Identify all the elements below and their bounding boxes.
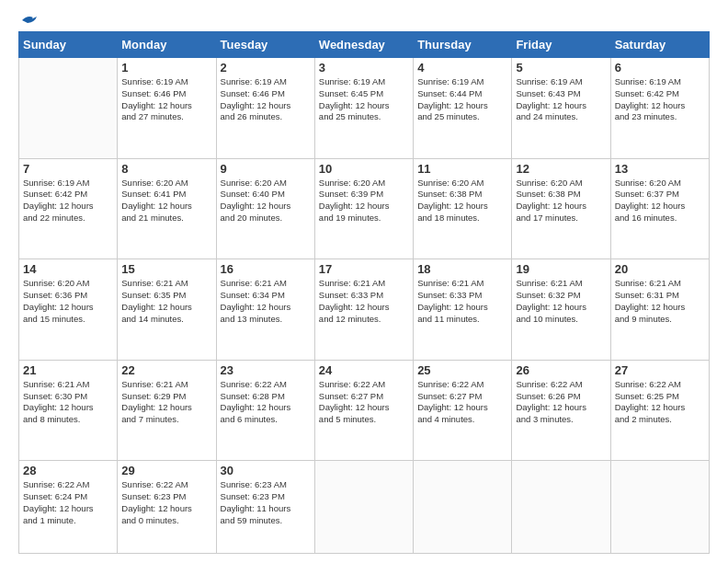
- calendar-cell: 14Sunrise: 6:20 AM Sunset: 6:36 PM Dayli…: [19, 259, 118, 361]
- calendar-cell: 22Sunrise: 6:21 AM Sunset: 6:29 PM Dayli…: [118, 360, 216, 461]
- calendar-cell: 21Sunrise: 6:21 AM Sunset: 6:30 PM Dayli…: [19, 360, 118, 461]
- calendar-week-row: 1Sunrise: 6:19 AM Sunset: 6:46 PM Daylig…: [19, 58, 710, 159]
- day-number: 2: [221, 61, 311, 75]
- day-number: 6: [615, 61, 705, 75]
- calendar-cell: 13Sunrise: 6:20 AM Sunset: 6:37 PM Dayli…: [610, 158, 709, 259]
- day-info: Sunrise: 6:21 AM Sunset: 6:30 PM Dayligh…: [23, 379, 113, 426]
- day-number: 16: [221, 262, 311, 276]
- day-number: 14: [23, 262, 113, 276]
- calendar-cell: [610, 461, 709, 554]
- day-info: Sunrise: 6:22 AM Sunset: 6:27 PM Dayligh…: [417, 379, 507, 426]
- page: SundayMondayTuesdayWednesdayThursdayFrid…: [0, 0, 728, 563]
- day-header-monday: Monday: [118, 32, 216, 58]
- calendar-cell: [314, 461, 413, 554]
- day-number: 28: [23, 464, 113, 477]
- calendar-cell: 19Sunrise: 6:21 AM Sunset: 6:32 PM Dayli…: [512, 259, 610, 361]
- day-header-saturday: Saturday: [610, 32, 709, 58]
- day-info: Sunrise: 6:22 AM Sunset: 6:26 PM Dayligh…: [516, 379, 606, 426]
- day-info: Sunrise: 6:22 AM Sunset: 6:24 PM Dayligh…: [23, 479, 113, 526]
- day-number: 15: [121, 262, 211, 276]
- day-info: Sunrise: 6:19 AM Sunset: 6:43 PM Dayligh…: [516, 76, 606, 123]
- calendar-cell: 24Sunrise: 6:22 AM Sunset: 6:27 PM Dayli…: [314, 360, 413, 461]
- calendar-cell: 7Sunrise: 6:19 AM Sunset: 6:42 PM Daylig…: [19, 158, 118, 259]
- day-info: Sunrise: 6:20 AM Sunset: 6:41 PM Dayligh…: [121, 178, 211, 224]
- day-number: 4: [417, 61, 507, 75]
- day-number: 9: [221, 162, 311, 176]
- day-number: 11: [417, 162, 507, 176]
- day-info: Sunrise: 6:21 AM Sunset: 6:33 PM Dayligh…: [417, 278, 507, 325]
- day-info: Sunrise: 6:19 AM Sunset: 6:44 PM Dayligh…: [417, 76, 507, 123]
- day-number: 20: [615, 262, 705, 276]
- day-info: Sunrise: 6:19 AM Sunset: 6:46 PM Dayligh…: [221, 76, 311, 123]
- calendar-week-row: 7Sunrise: 6:19 AM Sunset: 6:42 PM Daylig…: [19, 158, 710, 259]
- calendar-cell: 25Sunrise: 6:22 AM Sunset: 6:27 PM Dayli…: [414, 360, 512, 461]
- day-number: 21: [23, 363, 113, 377]
- day-number: 26: [516, 363, 606, 377]
- day-info: Sunrise: 6:21 AM Sunset: 6:31 PM Dayligh…: [615, 278, 705, 325]
- calendar-cell: 11Sunrise: 6:20 AM Sunset: 6:38 PM Dayli…: [414, 158, 512, 259]
- day-header-sunday: Sunday: [19, 32, 118, 58]
- calendar-cell: [19, 58, 118, 159]
- calendar-cell: 29Sunrise: 6:22 AM Sunset: 6:23 PM Dayli…: [118, 461, 216, 554]
- calendar-cell: 16Sunrise: 6:21 AM Sunset: 6:34 PM Dayli…: [216, 259, 314, 361]
- calendar-cell: 4Sunrise: 6:19 AM Sunset: 6:44 PM Daylig…: [414, 58, 512, 159]
- calendar-cell: 2Sunrise: 6:19 AM Sunset: 6:46 PM Daylig…: [216, 58, 314, 159]
- day-number: 10: [319, 162, 409, 176]
- calendar-header-row: SundayMondayTuesdayWednesdayThursdayFrid…: [19, 32, 710, 58]
- day-info: Sunrise: 6:19 AM Sunset: 6:42 PM Dayligh…: [615, 76, 705, 123]
- calendar-cell: [512, 461, 610, 554]
- day-header-friday: Friday: [512, 32, 610, 58]
- calendar-cell: 1Sunrise: 6:19 AM Sunset: 6:46 PM Daylig…: [118, 58, 216, 159]
- day-info: Sunrise: 6:23 AM Sunset: 6:23 PM Dayligh…: [221, 479, 311, 526]
- calendar-week-row: 21Sunrise: 6:21 AM Sunset: 6:30 PM Dayli…: [19, 360, 710, 461]
- calendar-cell: 12Sunrise: 6:20 AM Sunset: 6:38 PM Dayli…: [512, 158, 610, 259]
- calendar-cell: 6Sunrise: 6:19 AM Sunset: 6:42 PM Daylig…: [610, 58, 709, 159]
- day-info: Sunrise: 6:21 AM Sunset: 6:32 PM Dayligh…: [516, 278, 606, 325]
- calendar-cell: 18Sunrise: 6:21 AM Sunset: 6:33 PM Dayli…: [414, 259, 512, 361]
- day-info: Sunrise: 6:21 AM Sunset: 6:35 PM Dayligh…: [121, 278, 211, 325]
- day-info: Sunrise: 6:20 AM Sunset: 6:39 PM Dayligh…: [319, 178, 409, 224]
- day-header-wednesday: Wednesday: [314, 32, 413, 58]
- calendar-cell: 28Sunrise: 6:22 AM Sunset: 6:24 PM Dayli…: [19, 461, 118, 554]
- day-number: 18: [417, 262, 507, 276]
- calendar-cell: 30Sunrise: 6:23 AM Sunset: 6:23 PM Dayli…: [216, 461, 314, 554]
- day-number: 30: [221, 464, 311, 477]
- day-number: 12: [516, 162, 606, 176]
- day-info: Sunrise: 6:19 AM Sunset: 6:46 PM Dayligh…: [121, 76, 211, 123]
- logo-bird-icon: [20, 13, 39, 28]
- calendar-cell: 15Sunrise: 6:21 AM Sunset: 6:35 PM Dayli…: [118, 259, 216, 361]
- day-number: 19: [516, 262, 606, 276]
- day-info: Sunrise: 6:21 AM Sunset: 6:34 PM Dayligh…: [221, 278, 311, 325]
- day-info: Sunrise: 6:21 AM Sunset: 6:33 PM Dayligh…: [319, 278, 409, 325]
- day-info: Sunrise: 6:22 AM Sunset: 6:23 PM Dayligh…: [121, 479, 211, 526]
- day-number: 7: [23, 162, 113, 176]
- day-header-tuesday: Tuesday: [216, 32, 314, 58]
- calendar-cell: 23Sunrise: 6:22 AM Sunset: 6:28 PM Dayli…: [216, 360, 314, 461]
- calendar-cell: 20Sunrise: 6:21 AM Sunset: 6:31 PM Dayli…: [610, 259, 709, 361]
- day-info: Sunrise: 6:22 AM Sunset: 6:25 PM Dayligh…: [615, 379, 705, 426]
- day-number: 29: [121, 464, 211, 477]
- day-info: Sunrise: 6:19 AM Sunset: 6:45 PM Dayligh…: [319, 76, 409, 123]
- day-info: Sunrise: 6:20 AM Sunset: 6:38 PM Dayligh…: [417, 178, 507, 224]
- day-number: 1: [121, 61, 211, 75]
- day-number: 25: [417, 363, 507, 377]
- calendar-cell: [414, 461, 512, 554]
- day-number: 8: [121, 162, 211, 176]
- day-number: 27: [615, 363, 705, 377]
- day-number: 22: [121, 363, 211, 377]
- logo: [18, 17, 39, 24]
- day-info: Sunrise: 6:22 AM Sunset: 6:28 PM Dayligh…: [221, 379, 311, 426]
- day-info: Sunrise: 6:22 AM Sunset: 6:27 PM Dayligh…: [319, 379, 409, 426]
- calendar-cell: 17Sunrise: 6:21 AM Sunset: 6:33 PM Dayli…: [314, 259, 413, 361]
- day-number: 17: [319, 262, 409, 276]
- day-info: Sunrise: 6:19 AM Sunset: 6:42 PM Dayligh…: [23, 178, 113, 224]
- calendar-week-row: 28Sunrise: 6:22 AM Sunset: 6:24 PM Dayli…: [19, 461, 710, 554]
- calendar-week-row: 14Sunrise: 6:20 AM Sunset: 6:36 PM Dayli…: [19, 259, 710, 361]
- day-number: 23: [221, 363, 311, 377]
- day-number: 13: [615, 162, 705, 176]
- calendar-cell: 27Sunrise: 6:22 AM Sunset: 6:25 PM Dayli…: [610, 360, 709, 461]
- day-number: 3: [319, 61, 409, 75]
- calendar-cell: 3Sunrise: 6:19 AM Sunset: 6:45 PM Daylig…: [314, 58, 413, 159]
- calendar-cell: 8Sunrise: 6:20 AM Sunset: 6:41 PM Daylig…: [118, 158, 216, 259]
- day-header-thursday: Thursday: [414, 32, 512, 58]
